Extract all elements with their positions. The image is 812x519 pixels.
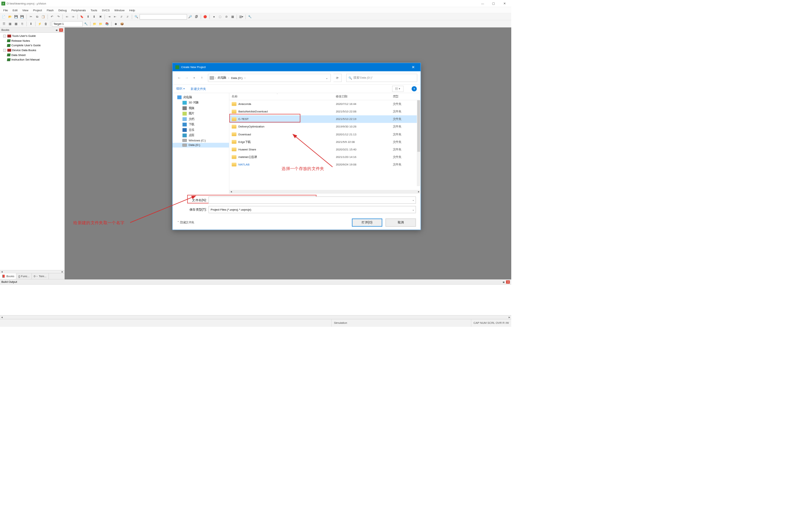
new-file-icon[interactable]: 📄	[1, 14, 7, 20]
menu-window[interactable]: Window	[112, 8, 127, 12]
target-options-icon[interactable]: 🔧	[83, 21, 89, 27]
manage-rte-icon[interactable]: ◆	[113, 21, 118, 27]
target-select[interactable]: Target 1	[52, 21, 83, 26]
menu-view[interactable]: View	[20, 8, 31, 12]
tree-hscroll[interactable]: ◂▸	[0, 270, 64, 273]
window-maximize[interactable]: ▢	[488, 0, 499, 7]
hide-folders-toggle[interactable]: ˄ 隐藏文件夹	[177, 220, 194, 225]
nav-up-button[interactable]: ↑	[198, 74, 205, 81]
nav-back-button[interactable]: ←	[176, 74, 183, 81]
place-item[interactable]: 此电脑	[173, 94, 229, 100]
incremental-find-icon[interactable]: 🗐	[194, 14, 199, 20]
place-item[interactable]: 音乐	[173, 127, 229, 132]
cut-icon[interactable]: ✂	[28, 14, 34, 20]
books-icon[interactable]: 📚	[104, 21, 110, 27]
uncomment-icon[interactable]: //	[125, 14, 130, 20]
tree-item[interactable]: -Tools User's Guide	[0, 33, 64, 38]
panel-tab[interactable]: {} Func...	[17, 273, 32, 279]
col-type[interactable]: 类型	[390, 94, 409, 99]
file-ext-icon[interactable]: 📁	[98, 21, 104, 27]
window-close[interactable]: ✕	[499, 0, 510, 7]
bookmark-prev-icon[interactable]: ⬆	[85, 14, 91, 20]
dialog-close-button[interactable]: ✕	[408, 63, 418, 71]
undo-icon[interactable]: ↶	[49, 14, 55, 20]
breakpoint-disable-icon[interactable]: ◌	[217, 14, 223, 20]
file-row[interactable]: Download2020/1/12 21:13文件夹	[229, 131, 421, 138]
pack-installer-icon[interactable]: 📦	[119, 21, 125, 27]
bookmark-clear-icon[interactable]: ✖	[97, 14, 103, 20]
build-icon[interactable]: ▦	[7, 21, 13, 27]
menu-svcs[interactable]: SVCS	[100, 8, 112, 12]
file-row[interactable]: Edge下载2021/5/9 22:08文件夹	[229, 138, 421, 146]
file-vscroll[interactable]	[417, 100, 421, 186]
menu-tools[interactable]: Tools	[88, 8, 100, 12]
new-folder-button[interactable]: 新建文件夹	[191, 86, 206, 91]
find-in-files-icon[interactable]: 🔍	[133, 14, 139, 20]
cancel-button[interactable]: 取消	[386, 219, 416, 226]
place-item[interactable]: 视频	[173, 105, 229, 111]
crumb-pc[interactable]: 此电脑	[217, 76, 227, 80]
panel-tab[interactable]: 0→ Tem...	[32, 273, 49, 279]
nav-recent-dropdown[interactable]: ▾	[191, 74, 198, 81]
rebuild-icon[interactable]: ▩	[13, 21, 19, 27]
place-item[interactable]: Windows (C:)	[173, 138, 229, 143]
menu-project[interactable]: Project	[31, 8, 44, 12]
menu-help[interactable]: Help	[127, 8, 137, 12]
tree-item[interactable]: Release Notes	[0, 38, 64, 43]
nav-fwd-icon[interactable]: ⇒	[70, 14, 76, 20]
breakpoint-icon[interactable]: ●	[211, 14, 217, 20]
menu-peripherals[interactable]: Peripherals	[69, 8, 88, 12]
build-hscroll[interactable]: ◂▸	[0, 315, 511, 319]
panel-tab[interactable]: 📕Books	[0, 273, 17, 279]
translate-icon[interactable]: ☰	[1, 21, 7, 27]
stop-build-icon[interactable]: ⬇	[28, 21, 34, 27]
debug-icon[interactable]: 🔴	[202, 14, 208, 20]
place-item[interactable]: Data (D:)	[173, 143, 229, 148]
breakpoint-window-icon[interactable]: ▦	[230, 14, 235, 20]
find-combo[interactable]	[139, 14, 187, 19]
tree-item[interactable]: Instruction Set Manual	[0, 57, 64, 62]
nav-back-icon[interactable]: ⇐	[64, 14, 70, 20]
redo-icon[interactable]: ↷	[55, 14, 61, 20]
file-row[interactable]: matelab公选课2021/1/20 14:16文件夹	[229, 153, 421, 161]
search-input[interactable]: 🔍 搜索"Data (D:)"	[346, 74, 417, 82]
config-icon[interactable]: 🔧	[247, 14, 253, 20]
refresh-button[interactable]: ⟳	[333, 74, 341, 82]
window-minimize[interactable]: —	[477, 0, 488, 7]
file-row[interactable]: BaiduNetdiskDownload2021/5/10 22:08文件夹	[229, 108, 421, 115]
find-icon[interactable]: 🔎	[188, 14, 193, 20]
place-item[interactable]: 下载	[173, 122, 229, 127]
crumb-dropdown-icon[interactable]: ⌄	[326, 76, 328, 79]
help-button[interactable]: ?	[412, 86, 417, 91]
save-all-icon[interactable]: 💾	[20, 14, 25, 20]
organize-menu[interactable]: 组织 ▼	[176, 86, 185, 91]
col-date[interactable]: 修改日期	[333, 94, 390, 99]
open-file-icon[interactable]: 📂	[7, 14, 13, 20]
tree-item[interactable]: Complete User's Guide	[0, 43, 64, 48]
bookmark-next-icon[interactable]: ⬇	[91, 14, 97, 20]
view-mode-button[interactable]: ☷ ▼	[392, 86, 403, 92]
tree-item[interactable]: -Device Data Books	[0, 48, 64, 53]
file-row[interactable]: C-TEST2021/5/10 22:19文件夹	[229, 115, 421, 123]
save-icon[interactable]: 💾	[13, 14, 19, 20]
place-item[interactable]: 3D 对象	[173, 100, 229, 105]
filename-input[interactable]: ⌄	[209, 197, 416, 204]
nav-forward-button[interactable]: →	[183, 74, 190, 81]
file-row[interactable]: MATLAB2020/9/24 19:08文件夹	[229, 161, 421, 168]
tree-item[interactable]: Data Sheet	[0, 53, 64, 58]
erase-icon[interactable]: 🗑	[43, 21, 49, 27]
file-row[interactable]: DeliveryOptimization2019/9/30 10:28文件夹	[229, 123, 421, 131]
download-icon[interactable]: ⚡	[37, 21, 42, 27]
place-item[interactable]: 图片	[173, 111, 229, 116]
file-row[interactable]: Anaconda2020/7/12 16:44文件夹	[229, 100, 421, 108]
chevron-down-icon[interactable]: ⌄	[412, 208, 414, 211]
file-list-header[interactable]: 名称 修改日期 类型 ˄	[229, 93, 421, 100]
chevron-down-icon[interactable]: ⌄	[412, 198, 414, 202]
pin-icon[interactable]: ▣	[502, 280, 506, 284]
menu-file[interactable]: File	[1, 8, 11, 12]
menu-debug[interactable]: Debug	[56, 8, 69, 12]
open-button[interactable]: 打开(O)	[352, 219, 382, 226]
close-icon[interactable]: ✕	[59, 28, 63, 32]
pin-icon[interactable]: ▣	[55, 28, 59, 32]
window-mgr-icon[interactable]: ▥▾	[238, 14, 244, 20]
